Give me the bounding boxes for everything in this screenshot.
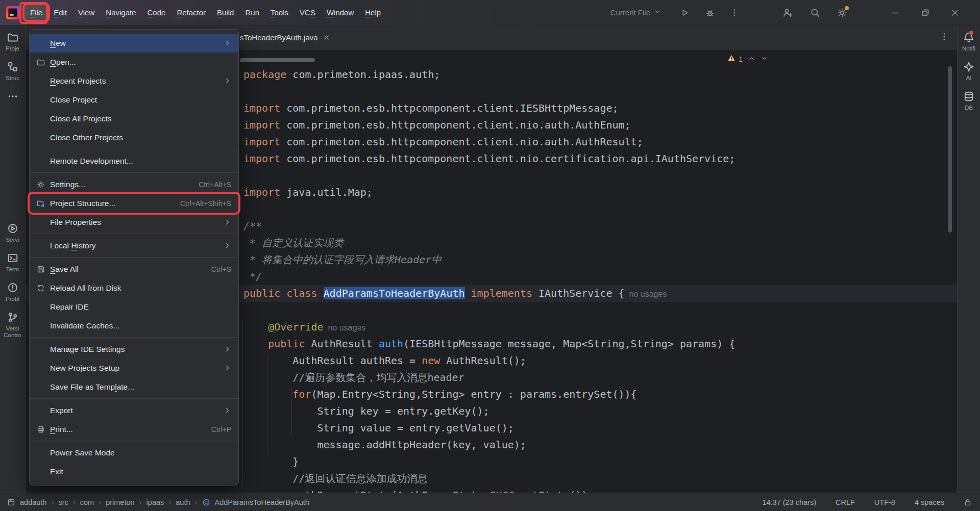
code-token: AuthResult authRes = <box>243 354 422 367</box>
menu-help[interactable]: Help <box>359 5 386 20</box>
menu-separator <box>30 234 238 234</box>
bug-icon <box>705 8 715 17</box>
chevron-down-icon[interactable] <box>761 55 768 64</box>
menu-item-file-properties[interactable]: File Properties <box>30 213 238 232</box>
menu-build[interactable]: Build <box>211 5 239 20</box>
search-everywhere-button[interactable] <box>810 8 820 18</box>
magnifier-icon <box>810 8 820 18</box>
menu-item-repair-ide[interactable]: Repair IDE <box>30 297 238 316</box>
menu-run[interactable]: Run <box>239 5 265 20</box>
breadcrumb-separator: › <box>195 498 198 506</box>
tool-stripe-label: Proje <box>6 45 19 52</box>
menu-item-label: Close Project <box>50 95 231 105</box>
close-tab-icon[interactable] <box>323 34 330 41</box>
run-button[interactable] <box>680 8 689 17</box>
tool-stripe-db[interactable]: DB <box>958 91 980 111</box>
tool-stripe-item[interactable] <box>0 91 25 102</box>
settings-button[interactable] <box>837 8 847 18</box>
status-indent-style[interactable]: 4 spaces <box>915 498 944 506</box>
menu-item-reload-all-from-disk[interactable]: Reload All from Disk <box>30 278 238 297</box>
status-caret-position[interactable]: 14:37 (23 chars) <box>762 498 816 506</box>
menu-navigate[interactable]: Navigate <box>100 5 141 20</box>
menu-item-label: New <box>50 39 214 48</box>
code-with-me-button[interactable] <box>782 8 793 18</box>
tool-stripe-label: Probl <box>6 296 19 302</box>
breadcrumb-separator: › <box>73 498 76 506</box>
menu-item-manage-ide-settings[interactable]: Manage IDE Settings <box>30 340 238 359</box>
menu-item-export[interactable]: Export <box>30 401 238 420</box>
menu-item-power-save-mode[interactable]: Power Save Mode <box>30 443 238 462</box>
menu-item-new[interactable]: New <box>30 34 238 53</box>
menu-refactor[interactable]: Refactor <box>171 5 211 20</box>
editor-scrollbar[interactable] <box>948 66 952 233</box>
editor-tab[interactable]: sToHeaderByAuth.java <box>240 25 330 49</box>
menu-item-new-projects-setup[interactable]: New Projects Setup <box>30 359 238 377</box>
tool-stripe-struc[interactable]: Struc <box>0 61 25 82</box>
menu-item-close-other-projects[interactable]: Close Other Projects <box>30 128 238 147</box>
tool-stripe-ai[interactable]: AI <box>958 61 980 82</box>
code-token <box>243 371 292 384</box>
menu-item-settings[interactable]: Settings...Ctrl+Alt+S <box>30 175 238 194</box>
restore-button[interactable] <box>921 8 930 17</box>
menu-item-exit[interactable]: Exit <box>30 462 238 481</box>
tool-stripe-probl[interactable]: Probl <box>0 282 25 302</box>
editor-options-kebab-icon[interactable] <box>940 32 949 43</box>
folder-icon <box>7 32 18 43</box>
code-token: com.primeton.esb.httpcomponent.client.ni… <box>280 152 735 165</box>
run-configuration-selector[interactable]: Current File <box>610 8 662 17</box>
menu-item-print[interactable]: Print...Ctrl+P <box>30 420 238 439</box>
menu-item-save-all[interactable]: Save AllCtrl+S <box>30 260 238 278</box>
tool-stripe-servi[interactable]: Servi <box>0 223 25 243</box>
breadcrumb-com[interactable]: com <box>80 498 94 506</box>
menu-item-close-project[interactable]: Close Project <box>30 90 238 109</box>
menu-item-open[interactable]: Open... <box>30 53 238 71</box>
problems-icon-wrap <box>7 282 18 293</box>
chevron-up-icon[interactable] <box>748 55 755 64</box>
menu-file[interactable]: File <box>24 5 48 20</box>
tool-stripe-notifi[interactable]: Notifi <box>958 32 980 52</box>
breadcrumb-addauth[interactable]: addauth <box>20 498 46 506</box>
chevron-down-icon <box>761 55 768 62</box>
menu-item-label: Settings... <box>50 180 189 189</box>
menu-item-remote-development[interactable]: Remote Development... <box>30 151 238 170</box>
project-structure-icon <box>37 199 45 208</box>
more-actions-button[interactable] <box>730 8 739 17</box>
menu-item-close-all-projects[interactable]: Close All Projects <box>30 109 238 128</box>
menu-edit[interactable]: Edit <box>48 5 72 20</box>
debug-button[interactable] <box>705 8 715 17</box>
breadcrumb-ipaas[interactable]: ipaas <box>146 498 164 506</box>
menu-item-recent-projects[interactable]: Recent Projects <box>30 71 238 90</box>
status-file-encoding[interactable]: UTF-8 <box>874 498 895 506</box>
tool-stripe-versi-contro[interactable]: Versi Contro <box>0 312 25 339</box>
annotated-menu-item-project-structure[interactable]: Project Structure...Ctrl+Alt+Shift+S <box>30 194 238 213</box>
tool-stripe-proje[interactable]: Proje <box>0 32 25 52</box>
close-button[interactable] <box>950 8 960 17</box>
menu-tools[interactable]: Tools <box>265 5 294 20</box>
readonly-lock-button[interactable] <box>964 498 972 506</box>
lock-icon <box>964 498 972 506</box>
menu-code[interactable]: Code <box>142 5 172 20</box>
code-token <box>317 287 324 299</box>
menu-view[interactable]: View <box>72 5 100 20</box>
tool-stripe-term[interactable]: Term <box>0 252 25 273</box>
breadcrumb-class[interactable]: AddParamsToHeaderByAuth <box>215 498 309 506</box>
menu-item-invalidate-caches[interactable]: Invalidate Caches... <box>30 316 238 335</box>
code-token: * 自定义认证实现类 <box>243 237 344 249</box>
menu-item-save-file-as-template[interactable]: Save File as Template... <box>30 377 238 396</box>
code-token: java.util.Map; <box>280 186 373 198</box>
breadcrumb-primeton[interactable]: primeton <box>106 498 134 506</box>
menu-item-label: Close Other Projects <box>50 133 231 142</box>
menu-window[interactable]: Window <box>321 5 359 20</box>
minimize-button[interactable] <box>891 8 900 17</box>
code-token <box>243 338 268 350</box>
menu-vcs[interactable]: VCS <box>294 5 321 20</box>
code-token: AuthResult <box>305 338 379 350</box>
restore-icon <box>921 8 930 17</box>
code-token: auth <box>379 338 403 350</box>
breadcrumb-auth[interactable]: auth <box>176 498 190 506</box>
warning-icon[interactable] <box>727 54 736 64</box>
breadcrumb-src[interactable]: src <box>58 498 68 506</box>
status-line-separator[interactable]: CRLF <box>836 498 855 506</box>
code-token: import <box>243 186 280 198</box>
menu-item-local-history[interactable]: Local History <box>30 236 238 255</box>
